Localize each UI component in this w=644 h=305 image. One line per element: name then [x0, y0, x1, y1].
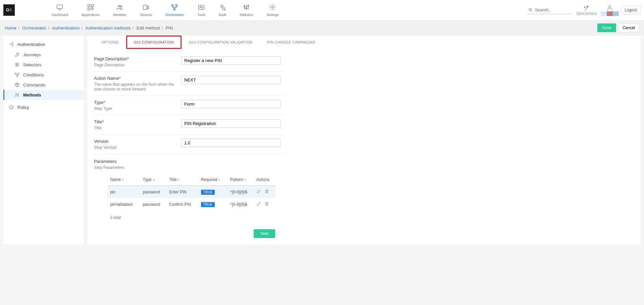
- action-name-help: The value that appears on the form when …: [94, 82, 181, 92]
- svg-rect-3: [88, 8, 90, 10]
- edit-row-button[interactable]: [256, 190, 261, 195]
- sidebar-item-commands[interactable]: Commands: [3, 80, 84, 90]
- crumb-home[interactable]: Home: [5, 25, 16, 30]
- table-total: 2 total: [107, 210, 285, 225]
- sidebar-item-conditions[interactable]: Conditions: [3, 70, 84, 80]
- action-name-input[interactable]: [181, 76, 281, 84]
- svg-rect-8: [172, 4, 174, 6]
- col-type[interactable]: Type⇅: [140, 174, 166, 186]
- parameters-label: Parameters: [94, 159, 285, 164]
- user-icon[interactable]: [606, 4, 613, 11]
- nav-dashboard[interactable]: Dashboard: [45, 2, 75, 19]
- page-description-help: Page Description: [94, 63, 181, 67]
- tab-gui-config-validation[interactable]: GUI CONFIGURATION VALIDATION: [182, 36, 260, 49]
- sidebar-root-authentication[interactable]: Authentication: [3, 39, 84, 50]
- sidebar-item-selectors[interactable]: Selectors: [3, 60, 84, 70]
- nav-label: Devices: [140, 13, 152, 17]
- main-panel: OPTIONS GUI CONFIGURATION GUI CONFIGURAT…: [87, 36, 641, 245]
- cell-type: password: [140, 198, 166, 210]
- nav-applications[interactable]: Applications: [75, 2, 106, 19]
- cell-name: pinValidation: [107, 198, 140, 210]
- sidebar-item-label: Methods: [23, 93, 41, 98]
- svg-rect-0: [57, 5, 63, 8]
- search-input[interactable]: [535, 7, 572, 12]
- nav-identities[interactable]: Identities: [106, 2, 133, 19]
- cell-name: pin: [107, 186, 140, 198]
- col-title[interactable]: Title⇅: [166, 174, 198, 186]
- delete-row-button[interactable]: [264, 190, 269, 195]
- version-help: Step Version: [94, 145, 181, 150]
- type-label: Type*: [94, 100, 181, 105]
- nav-label: Applications: [82, 13, 100, 17]
- cell-pattern: ^[0-9]{6}$: [228, 186, 254, 198]
- svg-point-5: [120, 5, 122, 7]
- page-description-input[interactable]: [181, 56, 281, 65]
- quick-actions[interactable]: Quick Actions: [577, 5, 597, 15]
- required-badge: TRUE: [201, 202, 215, 207]
- svg-point-19: [15, 56, 16, 57]
- cell-type: password: [140, 186, 166, 198]
- svg-point-21: [15, 73, 16, 74]
- col-name[interactable]: Name⇅: [107, 174, 140, 186]
- table-row[interactable]: pinValidation password Confirm PIN TRUE …: [107, 198, 275, 210]
- nav-settings[interactable]: Settings: [260, 2, 285, 19]
- quick-actions-label: Quick Actions: [577, 12, 597, 15]
- nav-label: Audit: [218, 13, 226, 17]
- cell-pattern: ^[0-9]{6}$: [228, 198, 254, 210]
- svg-point-20: [18, 53, 19, 54]
- table-row[interactable]: pin password Enter PIN TRUE ^[0-9]{6}$: [107, 186, 275, 198]
- audit-icon: [219, 4, 226, 11]
- sort-icon: ⇅: [152, 178, 155, 182]
- logo[interactable]: OA: [3, 4, 15, 16]
- sidebar-item-journeys[interactable]: Journeys: [3, 50, 84, 60]
- page-description-label: Page Description*: [94, 56, 181, 61]
- sidebar-item-label: Conditions: [23, 72, 44, 77]
- theme-chips[interactable]: [601, 11, 619, 16]
- methods-icon: [14, 92, 20, 98]
- search-icon: [528, 8, 533, 12]
- grid-icon: [14, 62, 20, 67]
- search-box[interactable]: [528, 6, 573, 14]
- tabs: OPTIONS GUI CONFIGURATION GUI CONFIGURAT…: [94, 36, 634, 49]
- crumb-auth-methods[interactable]: Authentication methods: [85, 25, 131, 30]
- title-input[interactable]: [181, 119, 281, 128]
- required-badge: TRUE: [201, 190, 215, 195]
- tab-options[interactable]: OPTIONS: [94, 36, 126, 49]
- save-button[interactable]: Save: [597, 23, 616, 32]
- col-required[interactable]: Required⇅: [198, 174, 228, 186]
- sidebar-root-policy[interactable]: Policy: [3, 102, 84, 113]
- nav-orchestrator[interactable]: Orchestrator: [158, 2, 191, 19]
- crumb-edit-method: Edit method: [137, 25, 160, 30]
- tab-pin-change-campaigns[interactable]: PIN CHANGE CAMPAIGNS: [260, 36, 323, 49]
- type-input[interactable]: [181, 100, 281, 108]
- sidebar-item-methods[interactable]: Methods: [3, 90, 84, 100]
- nav-statistics[interactable]: Statistics: [233, 2, 260, 19]
- col-pattern[interactable]: Pattern⇅: [228, 174, 254, 186]
- svg-point-18: [609, 5, 611, 8]
- breadcrumb-strip: Home/ Orchestrator/ Authentication/ Auth…: [0, 20, 644, 36]
- tab-gui-configuration[interactable]: GUI CONFIGURATION: [126, 36, 182, 49]
- title-help: Title: [94, 126, 181, 130]
- delete-row-button[interactable]: [264, 202, 269, 207]
- login-icon: [9, 42, 14, 47]
- crumb-orchestrator[interactable]: Orchestrator: [22, 25, 46, 30]
- svg-point-22: [18, 73, 19, 74]
- action-name-label: Action Name*: [94, 76, 181, 81]
- cancel-button[interactable]: Cancel: [618, 23, 639, 32]
- crumb-authentication[interactable]: Authentication: [52, 25, 80, 30]
- nav-label: Dashboard: [52, 13, 68, 17]
- nav-tools[interactable]: Tools: [191, 2, 212, 19]
- sliders-icon: [243, 4, 250, 11]
- nav-audit[interactable]: Audit: [212, 2, 233, 19]
- sidebar: Authentication Journeys Selectors Condit…: [3, 36, 84, 245]
- edit-row-button[interactable]: [256, 202, 261, 207]
- sort-icon: ⇅: [218, 178, 220, 182]
- new-button[interactable]: New: [254, 229, 275, 238]
- logout-button[interactable]: Logout: [621, 6, 641, 14]
- nav-devices[interactable]: Devices: [133, 2, 159, 19]
- version-input[interactable]: [181, 139, 281, 147]
- svg-rect-1: [88, 4, 90, 6]
- title-label: Title*: [94, 119, 181, 124]
- version-label: Version: [94, 139, 181, 144]
- svg-point-12: [222, 7, 225, 9]
